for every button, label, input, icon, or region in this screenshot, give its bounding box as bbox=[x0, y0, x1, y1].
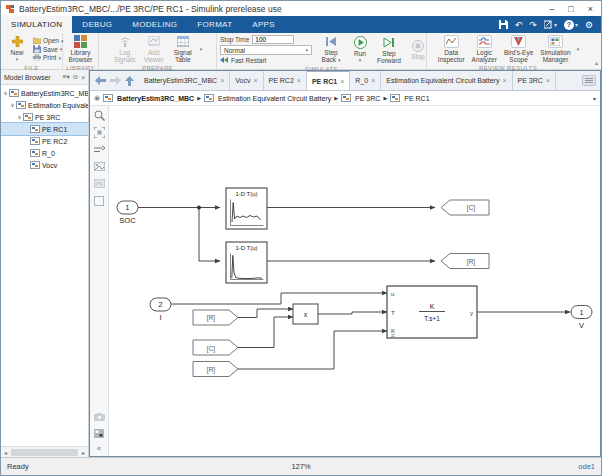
breadcrumb-item[interactable]: Estimation Equivalent Circuit Battery bbox=[204, 94, 331, 102]
signal-table-button[interactable]: SignalTable bbox=[170, 34, 196, 64]
outport-v-block[interactable]: 1 V bbox=[571, 306, 592, 331]
annotation-icon[interactable]: ▾ bbox=[544, 20, 557, 29]
close-tab-icon[interactable]: × bbox=[340, 78, 344, 85]
close-tab-icon[interactable]: × bbox=[297, 77, 301, 84]
from-c-block[interactable]: [C] bbox=[193, 340, 238, 355]
panel-close-icon[interactable]: × bbox=[81, 74, 85, 81]
scroll-left-icon[interactable]: ◂ bbox=[1, 449, 10, 456]
tree-node[interactable]: R_0 bbox=[1, 147, 88, 159]
expand-caret-icon[interactable]: ∨ bbox=[9, 102, 16, 108]
close-tab-icon[interactable]: × bbox=[220, 77, 224, 84]
solver-link[interactable]: ode1 bbox=[578, 462, 595, 471]
data-inspector-button[interactable]: DataInspector bbox=[436, 34, 467, 64]
help-icon[interactable]: ?▾ bbox=[564, 20, 578, 30]
close-button[interactable]: × bbox=[588, 4, 593, 14]
minimize-button[interactable]: – bbox=[549, 4, 554, 14]
undo-icon[interactable]: ↶ bbox=[515, 20, 523, 30]
save-icon[interactable] bbox=[499, 20, 508, 29]
hide-palette-icon[interactable]: « bbox=[97, 444, 101, 453]
review-more-icon[interactable]: ▾ bbox=[576, 46, 581, 52]
tree-node-root[interactable]: ∨ BatteryEstim3RC_MBC bbox=[1, 87, 88, 99]
tree-node[interactable]: PE RC2 bbox=[1, 135, 88, 147]
simulation-manager-button[interactable]: SimulationManager bbox=[538, 34, 572, 64]
lookup-table-2-block[interactable]: 1-D T(u) bbox=[226, 242, 267, 283]
fast-restart-toggle[interactable]: Fast Restart bbox=[220, 56, 312, 64]
doc-tab[interactable]: R_0× bbox=[350, 71, 381, 90]
product-block[interactable]: x bbox=[293, 304, 318, 324]
tab-list-button[interactable] bbox=[582, 75, 596, 86]
screenshot-icon[interactable] bbox=[93, 410, 106, 423]
inport-i-block[interactable]: 2 I bbox=[150, 298, 171, 322]
expand-caret-icon[interactable]: ∨ bbox=[16, 114, 23, 120]
new-button[interactable]: New▾ bbox=[4, 34, 30, 64]
back-icon[interactable] bbox=[95, 76, 106, 85]
minimize-toolstrip-icon[interactable]: ▴ bbox=[595, 59, 598, 66]
log-signals-button[interactable]: LogSignals bbox=[112, 34, 138, 64]
close-tab-icon[interactable]: × bbox=[546, 77, 550, 84]
annotation-image-icon[interactable] bbox=[93, 160, 106, 173]
close-tab-icon[interactable]: × bbox=[253, 77, 257, 84]
birds-eye-scope-button[interactable]: Bird's-EyeScope bbox=[502, 34, 535, 64]
logic-analyzer-button[interactable]: LogicAnalyzer bbox=[470, 34, 499, 64]
expand-caret-icon[interactable]: ∨ bbox=[2, 90, 9, 96]
diagram-canvas[interactable]: 1 SOC 1-D T(u) 1-D bbox=[109, 106, 600, 456]
simulation-mode-select[interactable]: Normal▾ bbox=[220, 45, 312, 55]
save-button[interactable]: Save▾ bbox=[33, 45, 63, 53]
fit-to-view-icon[interactable] bbox=[93, 126, 106, 139]
from-r1-block[interactable]: [R] bbox=[193, 310, 238, 325]
lookup-table-1-block[interactable]: 1-D T(u) bbox=[226, 188, 267, 229]
doc-tab-active[interactable]: PE RC1× bbox=[307, 71, 350, 90]
tab-simulation[interactable]: SIMULATION bbox=[1, 16, 72, 33]
breadcrumb-item[interactable]: BatteryEstim3RC_MBC bbox=[103, 94, 194, 102]
step-back-button[interactable]: Step Back ▾ bbox=[318, 34, 344, 65]
scroll-right-icon[interactable]: ▸ bbox=[79, 449, 88, 456]
doc-tab[interactable]: Vocv× bbox=[230, 71, 263, 90]
scrollbar-thumb[interactable] bbox=[11, 449, 78, 456]
add-viewer-button[interactable]: AddViewer bbox=[141, 34, 167, 64]
tree-node-selected[interactable]: PE RC1 bbox=[1, 123, 88, 135]
breadcrumb-options-icon[interactable]: ▾ bbox=[593, 95, 596, 102]
panel-target-icon[interactable]: ⊙ bbox=[73, 73, 78, 81]
tree-node[interactable]: ∨ Estimation Equivalent Ci bbox=[1, 99, 88, 111]
print-button[interactable]: Print▾ bbox=[33, 54, 63, 61]
forward-icon[interactable] bbox=[110, 76, 121, 85]
breadcrumb-item[interactable]: PE 3RC bbox=[341, 94, 380, 102]
tab-modeling[interactable]: MODELING bbox=[122, 16, 187, 33]
run-button[interactable]: Run ▾ bbox=[347, 35, 373, 65]
tab-debug[interactable]: DEBUG bbox=[72, 16, 122, 33]
zoom-icon[interactable] bbox=[93, 109, 106, 122]
prepare-more-icon[interactable]: ▾ bbox=[199, 46, 204, 52]
redo-icon[interactable]: ↷ bbox=[529, 20, 537, 30]
tab-apps[interactable]: APPS bbox=[242, 16, 285, 33]
step-forward-button[interactable]: StepForward bbox=[376, 35, 402, 65]
from-r2-block[interactable]: [R] bbox=[193, 362, 238, 377]
open-button[interactable]: Open▾ bbox=[33, 37, 63, 44]
doc-tab[interactable]: BatteryEstim3RC_MBC× bbox=[139, 71, 230, 90]
sample-time-icon[interactable] bbox=[93, 143, 106, 156]
goto-c-block[interactable]: [C] bbox=[441, 200, 489, 215]
breadcrumb-root-icon[interactable]: ◉ bbox=[94, 94, 100, 102]
close-tab-icon[interactable]: × bbox=[371, 77, 375, 84]
area-box-icon[interactable] bbox=[93, 194, 106, 207]
tree-node[interactable]: Vocv bbox=[1, 159, 88, 171]
stop-time-input[interactable] bbox=[252, 35, 294, 44]
tab-format[interactable]: FORMAT bbox=[187, 16, 242, 33]
inport-soc-block[interactable]: 1 SOC bbox=[117, 201, 138, 225]
breadcrumb-item[interactable]: PE RC1 bbox=[390, 94, 429, 102]
panel-menu-icon[interactable]: ≡▾ bbox=[63, 73, 70, 81]
up-to-parent-icon[interactable] bbox=[125, 76, 134, 86]
library-browser-button[interactable]: LibraryBrowser bbox=[67, 34, 95, 64]
settings-gear-icon[interactable]: ⚙ bbox=[585, 20, 593, 30]
file-group: New▾ Open▾ Save▾ Print▾ FILE bbox=[1, 33, 63, 69]
doc-tab[interactable]: PE RC2× bbox=[264, 71, 307, 90]
model-browser-hscrollbar[interactable]: ◂ ▸ bbox=[1, 446, 88, 457]
model-data-icon[interactable] bbox=[93, 427, 106, 440]
goto-r-block[interactable]: [R] bbox=[441, 254, 489, 269]
close-tab-icon[interactable]: × bbox=[502, 77, 506, 84]
tree-node[interactable]: ∨ PE 3RC bbox=[1, 111, 88, 123]
viewmarks-icon[interactable] bbox=[93, 177, 106, 190]
doc-tab[interactable]: Estimation Equivalent Circuit Battery× bbox=[381, 71, 512, 90]
doc-tab[interactable]: PE 3RC× bbox=[513, 71, 556, 90]
maximize-button[interactable]: □ bbox=[568, 4, 573, 14]
transfer-fcn-block[interactable]: u T K y K T.s+1 bbox=[387, 286, 477, 338]
